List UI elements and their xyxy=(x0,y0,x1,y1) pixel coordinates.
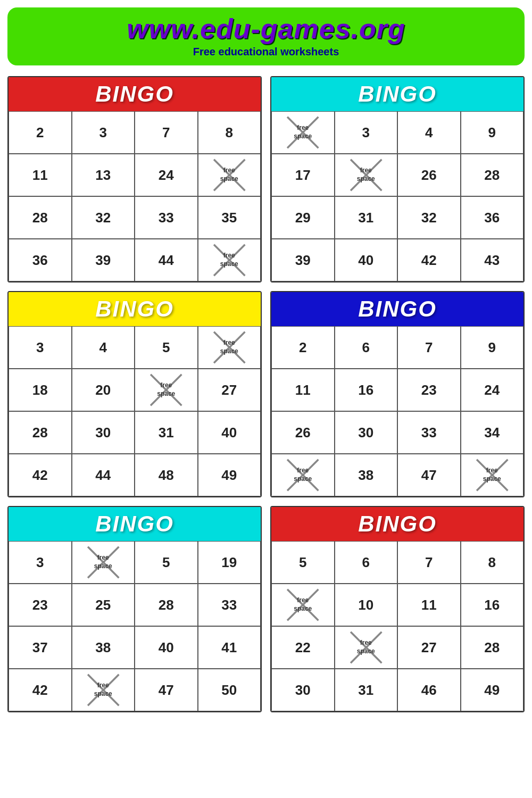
cell-4-14: 47 xyxy=(397,454,461,496)
cell-3-7: 27 xyxy=(198,369,261,411)
cell-3-6: freespace xyxy=(135,369,198,411)
cell-1-11: 35 xyxy=(198,196,261,239)
cell-2-14: 42 xyxy=(397,239,461,281)
cell-5-7: 33 xyxy=(198,584,261,626)
bingo-header-4: BINGO xyxy=(271,292,523,326)
cell-2-4: 17 xyxy=(271,154,335,196)
header: www.edu-games.org Free educational works… xyxy=(7,7,525,65)
cell-6-7: 16 xyxy=(461,584,524,626)
cell-4-7: 24 xyxy=(461,369,524,411)
cell-4-12: freespace xyxy=(271,454,335,496)
cell-5-5: 25 xyxy=(72,584,135,626)
cell-4-2: 7 xyxy=(397,326,461,369)
subtitle: Free educational worksheets xyxy=(13,46,519,58)
cell-1-10: 33 xyxy=(135,196,198,239)
cell-2-15: 43 xyxy=(461,239,524,281)
cell-1-12: 36 xyxy=(9,239,72,281)
boards-grid: BINGO2378111324 freespace 28323335363944… xyxy=(0,71,532,720)
cell-6-5: 10 xyxy=(335,584,398,626)
cell-5-12: 42 xyxy=(9,669,72,711)
cell-1-0: 2 xyxy=(9,111,72,154)
cell-2-13: 40 xyxy=(335,239,398,281)
cell-1-6: 24 xyxy=(135,154,198,196)
cell-5-9: 38 xyxy=(72,626,135,669)
cell-1-1: 3 xyxy=(72,111,135,154)
cell-5-4: 23 xyxy=(9,584,72,626)
bingo-header-6: BINGO xyxy=(271,507,523,541)
cell-6-14: 46 xyxy=(397,669,461,711)
bingo-card-5: BINGO3 freespace 519232528333738404142 f… xyxy=(7,506,262,712)
cell-2-5: freespace xyxy=(335,154,398,196)
cell-3-4: 18 xyxy=(9,369,72,411)
cell-3-1: 4 xyxy=(72,326,135,369)
bingo-header-1: BINGO xyxy=(9,77,261,111)
cell-4-8: 26 xyxy=(271,411,335,454)
cell-3-0: 3 xyxy=(9,326,72,369)
cell-1-14: 44 xyxy=(135,239,198,281)
cell-6-12: 30 xyxy=(271,669,335,711)
cell-2-1: 3 xyxy=(335,111,398,154)
cell-6-10: 27 xyxy=(397,626,461,669)
cell-2-0: freespace xyxy=(271,111,335,154)
site-url: www.edu-games.org xyxy=(13,13,519,45)
cell-5-0: 3 xyxy=(9,541,72,584)
cell-4-13: 38 xyxy=(335,454,398,496)
cell-2-3: 9 xyxy=(461,111,524,154)
bingo-header-5: BINGO xyxy=(9,507,261,541)
cell-5-11: 41 xyxy=(198,626,261,669)
cell-4-6: 23 xyxy=(397,369,461,411)
cell-3-9: 30 xyxy=(72,411,135,454)
cell-5-8: 37 xyxy=(9,626,72,669)
cell-3-13: 44 xyxy=(72,454,135,496)
cell-1-5: 13 xyxy=(72,154,135,196)
cell-4-11: 34 xyxy=(461,411,524,454)
cell-1-15: freespace xyxy=(198,239,261,281)
cell-2-12: 39 xyxy=(271,239,335,281)
cell-6-11: 28 xyxy=(461,626,524,669)
cell-3-3: freespace xyxy=(198,326,261,369)
bingo-card-1: BINGO2378111324 freespace 28323335363944… xyxy=(7,76,262,282)
cell-5-1: freespace xyxy=(72,541,135,584)
bingo-grid-4: 26791116232426303334 freespace 3847 free… xyxy=(271,326,523,496)
cell-4-15: freespace xyxy=(461,454,524,496)
cell-5-3: 19 xyxy=(198,541,261,584)
cell-3-2: 5 xyxy=(135,326,198,369)
cell-1-4: 11 xyxy=(9,154,72,196)
bingo-grid-5: 3 freespace 519232528333738404142 freesp… xyxy=(9,541,261,711)
cell-1-7: freespace xyxy=(198,154,261,196)
bingo-grid-1: 2378111324 freespace 28323335363944 free… xyxy=(9,111,261,281)
cell-6-0: 5 xyxy=(271,541,335,584)
cell-2-8: 29 xyxy=(271,196,335,239)
cell-6-4: freespace xyxy=(271,584,335,626)
cell-5-2: 5 xyxy=(135,541,198,584)
cell-4-3: 9 xyxy=(461,326,524,369)
cell-5-13: freespace xyxy=(72,669,135,711)
cell-5-6: 28 xyxy=(135,584,198,626)
cell-6-3: 8 xyxy=(461,541,524,584)
cell-6-6: 11 xyxy=(397,584,461,626)
cell-6-13: 31 xyxy=(335,669,398,711)
cell-1-9: 32 xyxy=(72,196,135,239)
cell-2-10: 32 xyxy=(397,196,461,239)
cell-4-10: 33 xyxy=(397,411,461,454)
cell-3-11: 40 xyxy=(198,411,261,454)
cell-5-14: 47 xyxy=(135,669,198,711)
cell-6-9: freespace xyxy=(335,626,398,669)
cell-4-0: 2 xyxy=(271,326,335,369)
cell-6-8: 22 xyxy=(271,626,335,669)
cell-3-10: 31 xyxy=(135,411,198,454)
cell-2-7: 28 xyxy=(461,154,524,196)
cell-4-5: 16 xyxy=(335,369,398,411)
cell-2-6: 26 xyxy=(397,154,461,196)
cell-3-14: 48 xyxy=(135,454,198,496)
cell-6-2: 7 xyxy=(397,541,461,584)
cell-6-1: 6 xyxy=(335,541,398,584)
cell-4-9: 30 xyxy=(335,411,398,454)
bingo-card-3: BINGO345 freespace 1820 freespace 272830 xyxy=(7,291,262,497)
bingo-header-2: BINGO xyxy=(271,77,523,111)
cell-6-15: 49 xyxy=(461,669,524,711)
bingo-card-6: BINGO5678 freespace 10111622 freespace 2 xyxy=(270,506,525,712)
bingo-grid-6: 5678 freespace 10111622 freespace 272830 xyxy=(271,541,523,711)
cell-1-8: 28 xyxy=(9,196,72,239)
cell-2-9: 31 xyxy=(335,196,398,239)
